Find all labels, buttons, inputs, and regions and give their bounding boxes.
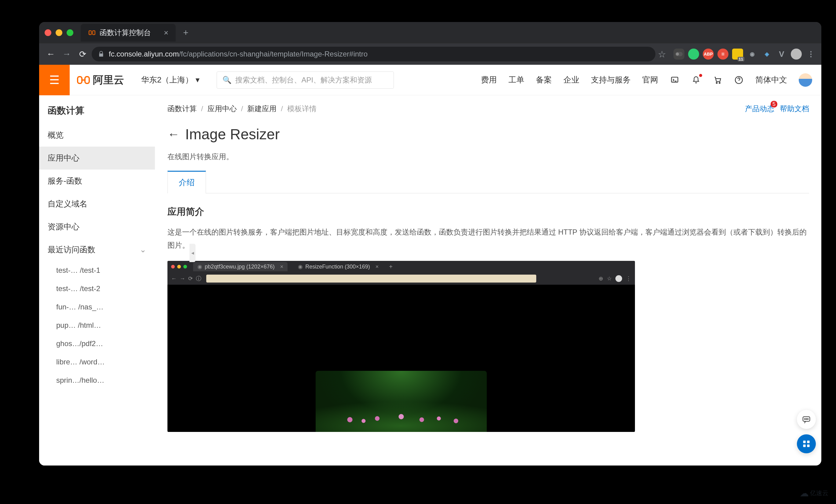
demo-min-icon [177,265,181,269]
browser-window: 函数计算控制台 × + ← → ⟳ fc.console.aliyun.com/… [39,22,821,466]
new-tab-button[interactable]: + [177,27,195,38]
region-label: 华东2（上海） [141,75,193,85]
url-path: /fc/applications/cn-shanghai/template/Im… [179,50,367,58]
minimize-window-button[interactable] [56,29,62,36]
logo[interactable]: 阿里云 [70,73,131,87]
product-notice-link[interactable]: 产品动态 5 [745,104,774,114]
sidebar-recent-header[interactable]: 最近访问函数 ⌄ [39,238,155,261]
chevron-down-icon: ▾ [195,75,200,84]
demo-tab-2: ◉ ResizeFunction (300×169) × [293,262,383,271]
svg-point-9 [719,82,720,83]
main-body: 函数计算 概览 应用中心 服务-函数 自定义域名 资源中心 最近访问函数 ⌄ t… [39,95,821,466]
apps-fab-button[interactable] [797,434,816,453]
demo-globe-icon: ◉ [197,263,202,270]
back-button[interactable]: ← [44,47,57,61]
sidebar-item-resource[interactable]: 资源中心 [39,215,155,238]
ext-v-icon[interactable]: V [776,49,787,60]
tab-title: 函数计算控制台 [100,28,151,38]
bookmark-star-icon[interactable]: ☆ [658,49,666,60]
page-title: Image Resizer [185,126,280,143]
tab-close-icon[interactable]: × [164,28,168,38]
sidebar-recent-item[interactable]: libre… /word… [39,353,155,371]
demo-tab-1: ◉ pb2qtf3cewu.jpg (1202×676) × [193,262,287,271]
nav-ticket[interactable]: 工单 [509,75,524,85]
ext-diamond-icon[interactable]: ◈ [761,49,773,60]
reload-button[interactable]: ⟳ [76,47,89,61]
back-arrow-icon[interactable]: ← [168,128,180,141]
hamburger-menu-button[interactable]: ☰ [39,65,70,95]
sidebar-recent-item[interactable]: test-… /test-2 [39,279,155,298]
svg-point-12 [804,419,805,420]
demo-back-icon: ← [171,275,177,282]
breadcrumb-sep: / [241,104,243,113]
tab-intro[interactable]: 介绍 [168,171,206,193]
watermark: 亿速云 [796,486,832,500]
svg-rect-0 [89,31,91,35]
breadcrumb-link[interactable]: 函数计算 [168,104,197,114]
breadcrumb-link[interactable]: 新建应用 [247,104,277,114]
sidebar: 函数计算 概览 应用中心 服务-函数 自定义域名 资源中心 最近访问函数 ⌄ t… [39,95,155,466]
ext-icon-4[interactable]: ≡ [718,49,728,60]
profile-avatar[interactable] [791,49,802,60]
nav-support[interactable]: 支持与服务 [591,75,631,85]
ext-abp-icon[interactable]: ABP [703,49,714,60]
breadcrumb-sep: / [201,104,203,113]
svg-rect-5 [85,77,89,83]
breadcrumb-link[interactable]: 应用中心 [207,104,237,114]
logo-icon [77,74,90,86]
breadcrumb-current: 模板详情 [287,104,317,114]
cart-icon[interactable] [712,75,722,85]
search-input[interactable]: 🔍 搜索文档、控制台、API、解决方案和资源 [217,72,394,89]
demo-fwd-icon: → [180,275,185,282]
sidebar-recent-item[interactable]: sprin…/hello… [39,371,155,389]
chevron-down-icon: ⌄ [140,245,146,254]
browser-menu-icon[interactable]: ⋮ [805,49,816,60]
demo-max-icon [183,265,187,269]
nav-enterprise[interactable]: 企业 [564,75,580,85]
tabs: 介绍 [168,171,809,193]
maximize-window-button[interactable] [66,29,73,36]
ext-camera-icon[interactable]: ◉ [747,49,758,60]
svg-rect-15 [803,441,806,443]
demo-image [316,371,487,432]
sidebar-recent-item[interactable]: test-… /test-1 [39,261,155,279]
demo-newtab-icon: + [389,263,393,270]
browser-tab[interactable]: 函数计算控制台 × [81,24,176,41]
sidebar-collapse-handle[interactable]: ◂ [189,244,195,262]
help-icon[interactable] [734,75,744,85]
forward-button[interactable]: → [60,47,73,61]
lock-icon [98,51,104,57]
nav-official[interactable]: 官网 [642,75,658,85]
region-selector[interactable]: 华东2（上海） ▾ [131,75,209,85]
svg-rect-18 [807,444,810,447]
page-title-row: ← Image Resizer [168,126,809,143]
sidebar-item-domain[interactable]: 自定义域名 [39,192,155,215]
nav-beian[interactable]: 备案 [536,75,552,85]
page-content: ☰ 阿里云 华东2（上海） ▾ 🔍 搜索文档、控制台、API、解决方案和资源 费… [39,65,821,466]
sidebar-recent-item[interactable]: fun-… /nas_… [39,298,155,316]
ext-icon-1[interactable] [673,49,684,60]
svg-point-14 [808,419,809,420]
close-window-button[interactable] [44,29,51,36]
sidebar-recent-item[interactable]: ghos…/pdf2… [39,334,155,353]
sidebar-recent-label: 最近访问函数 [48,244,95,255]
sidebar-item-appcenter[interactable]: 应用中心 [39,147,155,170]
console-header: ☰ 阿里云 华东2（上海） ▾ 🔍 搜索文档、控制台、API、解决方案和资源 费… [39,65,821,95]
ext-icon-5[interactable]: 11 [732,49,743,60]
user-avatar[interactable] [799,73,812,87]
nav-fee[interactable]: 费用 [481,75,497,85]
demo-close-icon [171,265,175,269]
cloudshell-icon[interactable] [670,75,680,85]
sidebar-recent-item[interactable]: pup… /html… [39,316,155,334]
help-doc-link[interactable]: 帮助文档 [780,104,809,114]
ext-icon-2[interactable] [688,49,699,60]
top-nav: 费用 工单 备案 企业 支持与服务 官网 简体中文 [481,73,821,87]
chat-fab-button[interactable] [797,410,816,429]
language-selector[interactable]: 简体中文 [755,75,787,85]
sidebar-item-service[interactable]: 服务-函数 [39,170,155,192]
url-input[interactable]: fc.console.aliyun.com/fc/applications/cn… [92,47,656,61]
demo-globe-icon: ◉ [298,263,303,270]
sidebar-item-overview[interactable]: 概览 [39,124,155,147]
section-title: 应用简介 [168,206,809,218]
bell-icon[interactable] [691,75,701,85]
